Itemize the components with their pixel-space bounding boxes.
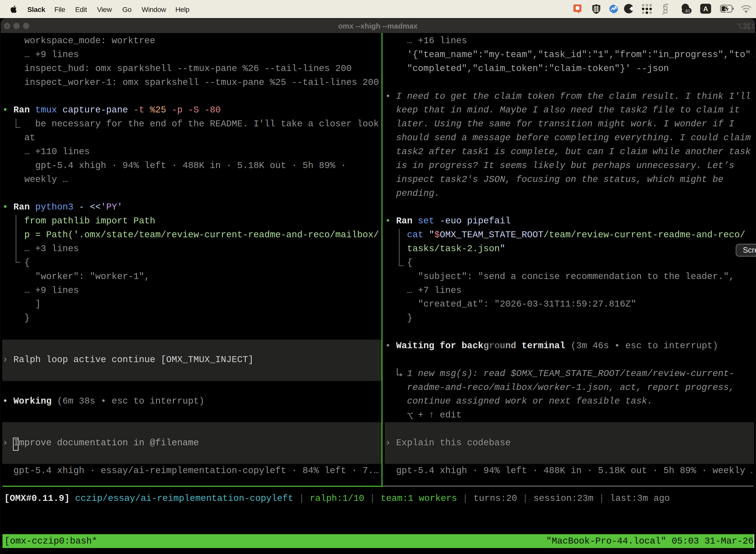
svg-text:A: A bbox=[703, 5, 708, 13]
svg-text:..61: ..61 bbox=[683, 9, 690, 13]
svg-text:1: 1 bbox=[751, 22, 754, 30]
